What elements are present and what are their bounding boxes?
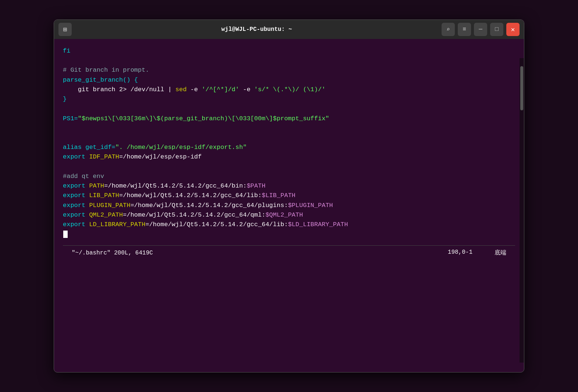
maximize-button[interactable]: □	[490, 23, 503, 36]
empty-line-4	[63, 133, 515, 143]
menu-button[interactable]: ≡	[458, 23, 471, 36]
search-button[interactable]: ⌕	[442, 23, 455, 36]
titlebar-controls: ⌕ ≡ ─ □ ✕	[442, 23, 520, 36]
close-button[interactable]: ✕	[506, 23, 520, 36]
minimize-button[interactable]: ─	[474, 23, 487, 36]
empty-line-5	[63, 162, 515, 172]
line-export-idf: export IDF_PATH=/home/wjl/esp/esp-idf	[63, 152, 515, 162]
line-brace: }	[63, 95, 515, 104]
titlebar-left: ⊞	[58, 23, 72, 36]
empty-line-3	[63, 124, 515, 133]
line-export-ld: export LD_LIBRARY_PATH=/home/wjl/Qt5.14.…	[63, 220, 515, 229]
line-ps1: PS1="$newps1\[\033[36m\]\$(parse_git_bra…	[63, 114, 515, 124]
line-export-path: export PATH=/home/wjl/Qt5.14.2/5.14.2/gc…	[63, 181, 515, 191]
scrollbar[interactable]	[520, 58, 524, 363]
line-export-qml: export QML2_PATH=/home/wjl/Qt5.14.2/5.14…	[63, 210, 515, 220]
scrollbar-thumb[interactable]	[520, 66, 523, 110]
line-parse-func: parse_git_branch() {	[63, 75, 515, 85]
minimize-icon: ─	[479, 26, 482, 33]
window-title: wjl@WJL-PC-ubuntu: ~	[72, 26, 442, 33]
line-alias: alias get_idf=". /home/wjl/esp/esp-idf/e…	[63, 143, 515, 152]
status-right: 198,0-1 底端	[448, 249, 506, 257]
line-comment-git: # Git branch in prompt.	[63, 65, 515, 75]
close-icon: ✕	[511, 25, 515, 33]
menu-icon: ≡	[463, 26, 466, 33]
empty-line-1	[63, 56, 515, 65]
status-location: 底端	[495, 249, 506, 257]
new-tab-icon: ⊞	[63, 25, 67, 33]
empty-line-2	[63, 104, 515, 114]
status-position: 198,0-1	[448, 249, 472, 257]
line-git-branch: git branch 2> /dev/null | sed -e '/^[^*]…	[63, 85, 515, 95]
maximize-icon: □	[495, 26, 499, 33]
new-tab-button[interactable]: ⊞	[58, 23, 72, 36]
line-export-lib: export LIB_PATH=/home/wjl/Qt5.14.2/5.14.…	[63, 191, 515, 200]
terminal-body[interactable]: fi # Git branch in prompt. parse_git_bra…	[54, 39, 524, 363]
line-fi: fi	[63, 46, 515, 56]
line-comment-qt: #add qt env	[63, 172, 515, 181]
titlebar: ⊞ wjl@WJL-PC-ubuntu: ~ ⌕ ≡ ─ □ ✕	[54, 20, 524, 39]
terminal-cursor	[63, 231, 68, 238]
status-file-info: "~/.bashrc" 200L, 6419C	[72, 250, 153, 256]
search-icon: ⌕	[446, 26, 450, 33]
terminal-window: ⊞ wjl@WJL-PC-ubuntu: ~ ⌕ ≡ ─ □ ✕ fi #	[54, 19, 524, 373]
line-cursor	[63, 230, 515, 239]
statusbar: "~/.bashrc" 200L, 6419C 198,0-1 底端	[63, 245, 515, 260]
line-export-plugin: export PLUGIN_PATH=/home/wjl/Qt5.14.2/5.…	[63, 201, 515, 210]
